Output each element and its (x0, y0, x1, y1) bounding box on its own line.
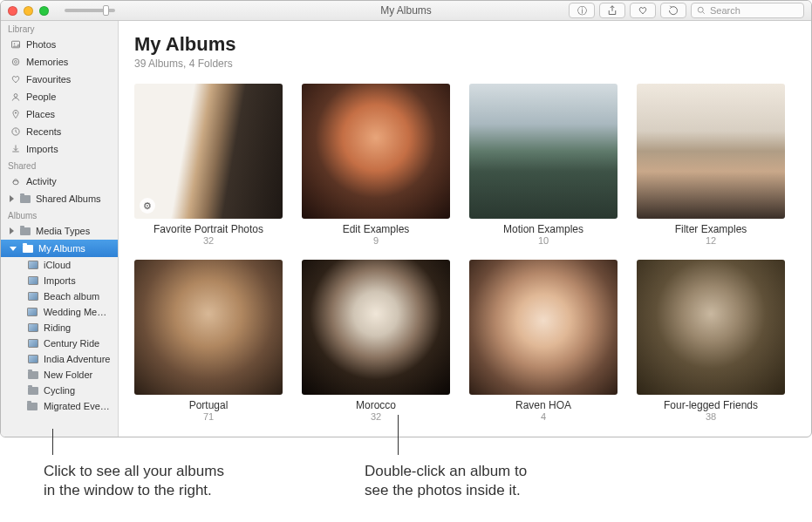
sidebar-item-label: New Folder (44, 369, 92, 380)
minimize-window-button[interactable] (24, 6, 33, 16)
sidebar-item-memories[interactable]: Memories (1, 53, 118, 71)
album-count: 9 (373, 235, 379, 246)
rotate-button[interactable] (660, 3, 686, 18)
sidebar-item-label: Places (26, 109, 55, 119)
sidebar-item-riding[interactable]: Riding (1, 320, 118, 336)
sidebar-item-label: Favourites (26, 74, 71, 85)
sidebar-item-cycling[interactable]: Cycling (1, 383, 118, 398)
sidebar-item-label: Recents (26, 126, 61, 137)
sidebar-item-label: Riding (44, 322, 71, 333)
svg-point-6 (15, 112, 17, 114)
titlebar: My Albums ⓘ Search (1, 1, 811, 21)
album-tile[interactable]: ⚙Favorite Portrait Photos32 (134, 84, 283, 246)
share-button[interactable] (599, 3, 625, 18)
sidebar-item-media-types[interactable]: Media Types (1, 222, 118, 240)
sidebar-item-label: Migrated Events (44, 401, 113, 411)
album-cover[interactable] (637, 84, 785, 219)
sidebar-item-imports[interactable]: Imports (1, 273, 118, 288)
album-count: 10 (538, 235, 549, 246)
share-icon (607, 5, 618, 16)
sidebar-item-label: India Adventure (44, 354, 110, 364)
sidebar-item-wedding-mem-[interactable]: Wedding Mem… (1, 304, 118, 320)
sidebar-item-label: Century Ride (44, 338, 99, 349)
album-tile[interactable]: Morocco32 (302, 260, 450, 422)
sidebar-item-people[interactable]: People (1, 88, 118, 105)
search-field[interactable]: Search (691, 3, 804, 18)
app-window: My Albums ⓘ Search Library PhotosMemorie… (0, 0, 812, 437)
folder-icon (27, 385, 38, 397)
disclosure-triangle-icon[interactable] (10, 227, 14, 234)
album-name: Raven HOA (515, 399, 571, 411)
album-tile[interactable]: Edit Examples9 (302, 84, 450, 246)
album-cover[interactable] (302, 84, 450, 219)
zoom-window-button[interactable] (39, 6, 49, 16)
album-tile[interactable]: Motion Examples10 (469, 84, 618, 246)
sidebar-item-imports[interactable]: Imports (1, 140, 118, 158)
folder-icon (22, 243, 33, 254)
people-icon (10, 92, 21, 103)
album-count: 12 (706, 235, 716, 246)
sidebar-item-recents[interactable]: Recents (1, 123, 118, 140)
close-window-button[interactable] (8, 6, 17, 16)
sidebar-item-activity[interactable]: Activity (1, 173, 118, 190)
sidebar-item-label: People (26, 92, 56, 102)
sidebar-item-photos[interactable]: Photos (1, 36, 118, 53)
album-cover[interactable] (302, 260, 450, 395)
album-thumb-icon (27, 291, 38, 302)
help-annotations: Click to see all your albums in the wind… (0, 437, 812, 520)
rotate-icon (668, 5, 679, 16)
album-tile[interactable]: Four-legged Friends38 (637, 260, 785, 422)
search-placeholder: Search (710, 5, 740, 16)
main-content[interactable]: My Albums 39 Albums, 4 Folders ⚙Favorite… (119, 21, 811, 437)
sidebar-item-india-adventure[interactable]: India Adventure (1, 351, 118, 367)
disclosure-triangle-icon[interactable] (10, 195, 14, 202)
album-count: 38 (706, 411, 716, 422)
sidebar-item-places[interactable]: Places (1, 105, 118, 123)
svg-point-5 (14, 94, 17, 98)
sidebar-item-beach-album[interactable]: Beach album (1, 288, 118, 304)
sidebar-item-icloud[interactable]: iCloud (1, 257, 118, 273)
album-name: Motion Examples (503, 223, 583, 235)
folder-icon (19, 193, 31, 205)
sidebar-item-century-ride[interactable]: Century Ride (1, 336, 118, 351)
album-count: 32 (203, 235, 214, 246)
sidebar-item-new-folder[interactable]: New Folder (1, 367, 118, 383)
album-thumb-icon (27, 338, 38, 349)
album-thumb-icon (27, 307, 38, 318)
slider-knob[interactable] (103, 5, 109, 16)
album-cover[interactable] (469, 84, 618, 219)
sidebar-item-label: Imports (26, 144, 58, 154)
section-header-albums: Albums (1, 207, 118, 222)
folder-icon (27, 401, 38, 412)
callout-line-left (52, 429, 53, 455)
info-button[interactable]: ⓘ (569, 3, 595, 18)
smart-album-badge-icon: ⚙ (140, 198, 155, 214)
sidebar-item-my-albums[interactable]: My Albums (1, 240, 118, 257)
search-icon (696, 5, 706, 16)
album-tile[interactable]: Filter Examples12 (637, 84, 785, 246)
imports-icon (10, 144, 21, 155)
sidebar-item-shared-albums[interactable]: Shared Albums (1, 190, 118, 207)
album-cover[interactable]: ⚙ (134, 84, 283, 219)
sidebar[interactable]: Library PhotosMemoriesFavouritesPeoplePl… (1, 21, 119, 437)
album-cover[interactable] (469, 260, 618, 395)
album-thumb-icon (27, 260, 38, 271)
album-tile[interactable]: Raven HOA4 (469, 260, 618, 422)
traffic-lights (8, 6, 49, 16)
callout-text-left: Click to see all your albums in the wind… (44, 462, 224, 500)
album-cover[interactable] (637, 260, 785, 395)
sidebar-item-migrated-events[interactable]: Migrated Events (1, 398, 118, 414)
sidebar-item-label: Imports (44, 275, 76, 286)
thumbnail-zoom-slider[interactable] (65, 9, 115, 12)
toolbar-right: ⓘ Search (569, 3, 804, 18)
favourite-button[interactable] (630, 3, 656, 18)
folder-icon (19, 226, 31, 237)
album-tile[interactable]: Portugal71 (134, 260, 283, 422)
album-name: Filter Examples (675, 223, 747, 235)
sidebar-item-favourites[interactable]: Favourites (1, 71, 118, 88)
sidebar-item-label: Beach album (44, 291, 99, 302)
photos-icon (10, 39, 21, 51)
album-cover[interactable] (134, 260, 283, 395)
disclosure-triangle-icon[interactable] (10, 247, 17, 251)
memories-icon (10, 57, 21, 68)
